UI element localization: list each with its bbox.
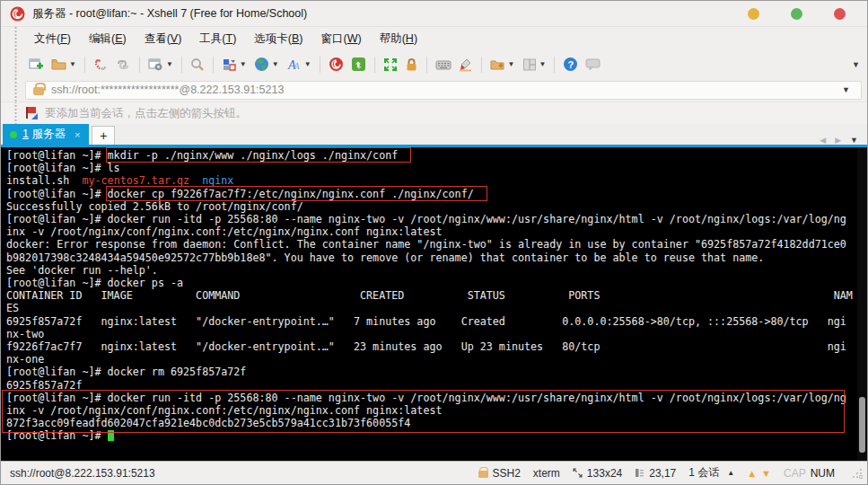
notice-bar: 要添加当前会话，点击左侧的箭头按钮。 bbox=[1, 101, 867, 124]
address-field[interactable]: ssh://root:******************@8.222.153.… bbox=[25, 81, 862, 100]
xshell-logo-icon bbox=[329, 57, 344, 72]
globe-icon bbox=[254, 57, 269, 72]
menu-item-3[interactable]: 工具(T) bbox=[190, 29, 245, 48]
tab-close-icon[interactable]: × bbox=[75, 129, 80, 140]
color-scheme-button[interactable]: ▼ bbox=[219, 54, 250, 75]
toolbar-separator bbox=[374, 57, 375, 73]
app-logo-icon bbox=[10, 6, 25, 22]
session-properties-caret[interactable]: ▼ bbox=[166, 60, 173, 68]
toolbar-separator bbox=[481, 57, 482, 73]
font-button[interactable]: AA▼ bbox=[284, 54, 314, 75]
font-caret[interactable]: ▼ bbox=[304, 60, 311, 68]
address-dropdown-caret[interactable]: ▼ bbox=[838, 85, 854, 94]
fullscreen-icon bbox=[383, 57, 398, 72]
status-connection-url: ssh://root@8.222.153.91:5213 bbox=[10, 467, 155, 480]
noticebar-drag-handle[interactable] bbox=[13, 102, 18, 124]
globe-button[interactable]: ▼ bbox=[251, 54, 282, 75]
menu-item-2[interactable]: 查看(V) bbox=[136, 29, 191, 48]
svg-text:?: ? bbox=[568, 59, 574, 70]
terminal-line-19: [root@lifan ~]# docker run -itd -p 25568… bbox=[6, 392, 856, 404]
new-folder-button[interactable]: ▼ bbox=[487, 54, 518, 75]
fullscreen-button[interactable] bbox=[381, 54, 400, 75]
status-bar: ssh://root@8.222.153.91:5213 SSH2 xterm … bbox=[1, 461, 867, 484]
color-scheme-caret[interactable]: ▼ bbox=[240, 60, 247, 68]
lock-button[interactable] bbox=[402, 54, 421, 75]
highlighter-button[interactable] bbox=[456, 54, 476, 75]
tab-scroll-left-icon[interactable]: ◀ bbox=[820, 136, 826, 145]
menu-item-0[interactable]: 文件(F) bbox=[25, 29, 80, 48]
disconnect-button[interactable] bbox=[91, 54, 111, 75]
terminal-line-1: [root@lifan ~]# ls bbox=[6, 162, 856, 174]
toolbar-separator bbox=[213, 57, 214, 73]
help-button[interactable]: ? bbox=[560, 54, 581, 75]
terminal-line-18: 6925f857a72f bbox=[6, 379, 856, 392]
tile-layout-icon bbox=[522, 57, 537, 72]
terminal-line-17: [root@lifan ~]# docker rm 6925f857a72f bbox=[6, 366, 856, 378]
terminal-line-4: Successfully copied 2.56kB to /root/ngin… bbox=[6, 200, 856, 213]
terminal-area[interactable]: [root@lifan ~]# mkdir -p ./nginx/www ./n… bbox=[1, 147, 867, 461]
new-folder-icon bbox=[490, 57, 505, 72]
xftp-button[interactable] bbox=[348, 54, 369, 75]
highlighter-icon bbox=[459, 57, 473, 72]
address-value[interactable]: ssh://root:******************@8.222.153.… bbox=[51, 84, 838, 96]
find-icon bbox=[190, 57, 205, 72]
scroll-up-icon[interactable]: ▲ bbox=[747, 468, 757, 479]
terminal-scrollbar-thumb[interactable] bbox=[859, 397, 865, 453]
toolbar-separator bbox=[426, 57, 427, 73]
resize-grip[interactable] bbox=[853, 469, 862, 478]
tab-label: 服务器 bbox=[31, 128, 66, 140]
tile-layout-button[interactable]: ▼ bbox=[520, 54, 549, 75]
find-button[interactable] bbox=[188, 54, 207, 75]
toolbar-separator bbox=[181, 57, 182, 73]
terminal-scrollbar[interactable] bbox=[857, 147, 867, 461]
status-protocol: SSH2 bbox=[478, 467, 521, 480]
tile-layout-caret[interactable]: ▼ bbox=[539, 60, 547, 68]
tab-list-caret[interactable]: ▼ bbox=[850, 136, 858, 145]
message-bubble-button[interactable] bbox=[583, 54, 603, 75]
menu-item-4[interactable]: 选项卡(B) bbox=[245, 29, 311, 48]
scroll-down-icon[interactable]: ▼ bbox=[761, 468, 771, 479]
reconnect-button[interactable] bbox=[113, 54, 134, 75]
open-folder-icon bbox=[51, 57, 66, 72]
new-folder-caret[interactable]: ▼ bbox=[508, 60, 515, 68]
terminal-line-0: [root@lifan ~]# mkdir -p ./nginx/www ./n… bbox=[6, 149, 856, 162]
maximize-button[interactable] bbox=[791, 8, 802, 20]
status-session-count[interactable]: 1 会话 ▲ bbox=[688, 465, 734, 481]
keyboard-icon bbox=[435, 58, 452, 71]
keyboard-button[interactable] bbox=[433, 54, 454, 75]
status-terminal-size[interactable]: 133x24 bbox=[573, 467, 622, 480]
menubar-drag-handle[interactable] bbox=[13, 27, 18, 50]
toolbar-drag-handle[interactable] bbox=[13, 50, 18, 78]
menu-bar: 文件(F)编辑(E)查看(V)工具(T)选项卡(B)窗口(W)帮助(H) bbox=[1, 26, 867, 50]
addressbar-drag-handle[interactable] bbox=[13, 78, 18, 101]
globe-caret[interactable]: ▼ bbox=[272, 60, 279, 68]
terminal-line-20: inx -v /root/nginx/conf/nginx.conf:/etc/… bbox=[6, 404, 856, 417]
tab-number: 1 bbox=[22, 128, 29, 140]
terminal-line-7: docker: Error response from daemon: Conf… bbox=[6, 238, 856, 251]
tab-bar: 1 服务器 × + ◀ ▶ ▼ bbox=[1, 124, 867, 145]
terminal-line-22: [root@lifan ~]# bbox=[6, 429, 856, 442]
flag-arrow-icon bbox=[25, 107, 38, 119]
terminal-line-10: [root@lifan ~]# docker ps -a bbox=[6, 277, 856, 289]
terminal-line-21: 872f3acc09feadfd602047cfa921e4bc0dcb273e… bbox=[6, 417, 856, 429]
status-terminal-type[interactable]: xterm bbox=[533, 467, 560, 480]
open-folder-button[interactable]: ▼ bbox=[48, 54, 79, 75]
minimize-button[interactable] bbox=[748, 8, 759, 20]
menu-item-1[interactable]: 编辑(E) bbox=[80, 29, 136, 48]
xshell-logo-button[interactable] bbox=[326, 54, 346, 75]
toolbar-overflow-caret[interactable]: ▼ bbox=[852, 60, 860, 69]
toolbar: ▼▼▼▼AA▼▼▼? ▼ bbox=[1, 50, 867, 78]
toolbar-separator bbox=[139, 57, 140, 73]
new-session-button[interactable] bbox=[26, 54, 47, 75]
session-properties-button[interactable]: ▼ bbox=[145, 54, 176, 75]
menu-item-6[interactable]: 帮助(H) bbox=[371, 29, 426, 48]
menu-item-5[interactable]: 窗口(W) bbox=[312, 29, 371, 48]
tab-session-server[interactable]: 1 服务器 × bbox=[3, 124, 89, 145]
xftp-icon bbox=[351, 57, 366, 72]
terminal-line-3: [root@lifan ~]# docker cp f9226f7ac7f7:/… bbox=[6, 188, 856, 200]
new-tab-button[interactable]: + bbox=[92, 126, 115, 145]
tab-scroll-right-icon[interactable]: ▶ bbox=[835, 136, 841, 145]
open-folder-caret[interactable]: ▼ bbox=[69, 60, 76, 68]
close-button[interactable] bbox=[834, 8, 846, 20]
terminal-line-11: CONTAINER ID IMAGE COMMAND CREATED STATU… bbox=[6, 289, 856, 302]
